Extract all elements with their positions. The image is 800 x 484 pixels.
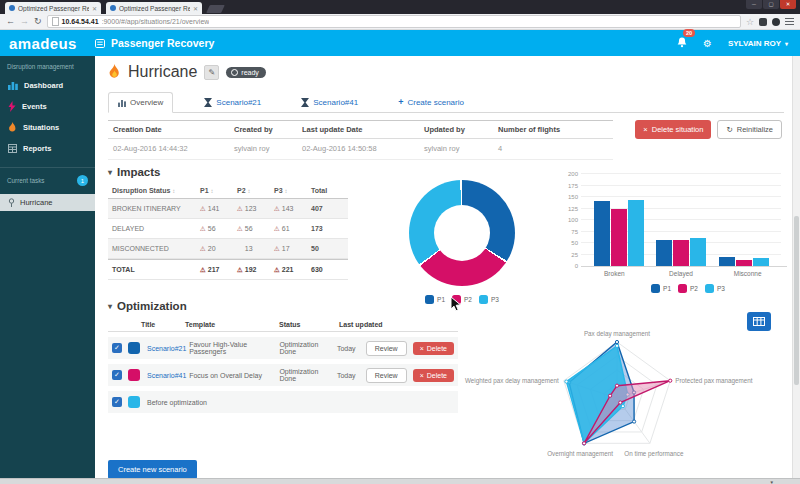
- flame-icon: [108, 64, 121, 80]
- reload-icon[interactable]: ↻: [34, 17, 42, 26]
- page-icon: [52, 17, 59, 26]
- chart-icon: [118, 99, 126, 107]
- scenario-row: ✓ Before optimization: [108, 391, 458, 413]
- scenario-checkbox[interactable]: ✓: [112, 370, 122, 380]
- kpi-radar-chart: Pax delay managementProtected pax manage…: [447, 318, 791, 476]
- extension-icon[interactable]: [772, 18, 780, 26]
- legend-item: P2: [678, 284, 698, 293]
- create-new-scenario-button[interactable]: Create new scenario: [108, 460, 197, 478]
- sidebar-item-reports[interactable]: Reports: [0, 138, 95, 159]
- favicon: [9, 5, 15, 11]
- minimize-button[interactable]: ─: [746, 0, 762, 9]
- url-input[interactable]: 10.64.54.41:9000/#/app/situations/21/ove…: [47, 15, 741, 28]
- donut-legend: P1P2P3: [387, 295, 537, 304]
- bar-P3: [753, 258, 769, 266]
- radar-marker: [619, 401, 622, 404]
- sidebar-item-hurricane[interactable]: Hurricane: [0, 194, 95, 211]
- impacts-table: Disruption Status↕ P1↕ P2↕ P3↕ Total BRO…: [108, 183, 348, 280]
- situation-actions: × Delete situation ↻ Reinitialize: [635, 120, 782, 139]
- sort-icon: ↕: [248, 188, 251, 194]
- warning-icon: ⚠: [237, 266, 243, 273]
- warning-icon: ⚠: [274, 245, 280, 252]
- warning-icon: ⚠: [200, 205, 206, 212]
- favicon: [110, 5, 116, 11]
- url-host: 10.64.54.41: [62, 18, 99, 25]
- sort-icon: ↕: [172, 188, 175, 194]
- forward-icon[interactable]: →: [20, 17, 29, 26]
- maximize-button[interactable]: ▢: [763, 0, 779, 9]
- edit-title-button[interactable]: ✎: [204, 65, 219, 80]
- extension-icon[interactable]: [759, 18, 767, 26]
- bar-P1: [594, 201, 610, 266]
- tab-close-icon[interactable]: ✕: [92, 5, 97, 12]
- flame-icon: [8, 122, 17, 133]
- hourglass-icon: [301, 98, 309, 107]
- scrollbar[interactable]: [792, 56, 800, 478]
- scenario-checkbox[interactable]: ✓: [112, 397, 122, 407]
- main-content: Hurricane ✎ ready Overview Scenario#21: [95, 56, 792, 478]
- refresh-icon: ↻: [726, 125, 732, 134]
- screen: Optimized Passenger Re... ✕ Optimized Pa…: [0, 0, 800, 484]
- sidebar-item-events[interactable]: Events: [0, 96, 95, 117]
- scroll-down-icon[interactable]: ▼: [770, 480, 774, 484]
- radar-marker: [633, 420, 636, 423]
- radar-marker: [565, 380, 568, 383]
- sidebar-item-situations[interactable]: Situations: [0, 117, 95, 138]
- donut-chart: [409, 180, 515, 286]
- impacts-section-header[interactable]: ▾ Impacts: [108, 166, 160, 178]
- notifications-button[interactable]: 20: [677, 34, 687, 52]
- legend-swatch: [651, 284, 660, 293]
- tab-create-scenario[interactable]: + Create scenario: [389, 92, 473, 112]
- scenario-link[interactable]: Scenario#21: [147, 345, 189, 352]
- bar-plot-area: [581, 174, 787, 267]
- sort-icon: ↕: [285, 188, 288, 194]
- scrollbar-thumb[interactable]: [794, 216, 799, 385]
- ready-status-badge: ready: [226, 67, 266, 78]
- table-header-row: Creation Date Created by Last update Dat…: [108, 120, 613, 139]
- window-controls: ─ ▢ ✕: [745, 0, 796, 9]
- browser-tab[interactable]: Optimized Passenger Re... ✕: [5, 2, 101, 14]
- legend-item: P3: [479, 295, 499, 304]
- tab-scenario-41[interactable]: Scenario#41: [292, 93, 367, 112]
- sidebar-section-label: Disruption management: [0, 56, 95, 75]
- review-button[interactable]: Review: [366, 341, 407, 356]
- scenario-link[interactable]: Scenario#41: [147, 372, 189, 379]
- situation-title-row: Hurricane ✎ ready: [108, 63, 266, 81]
- optimization-section-header[interactable]: ▾ Optimization: [108, 300, 187, 312]
- delete-situation-button[interactable]: × Delete situation: [635, 120, 711, 139]
- sidebar-item-dashboard[interactable]: Dashboard: [0, 75, 95, 96]
- bell-icon: [677, 37, 687, 48]
- new-tab-button[interactable]: [206, 5, 225, 13]
- priority-donut-chart: P1P2P3: [387, 180, 537, 304]
- review-button[interactable]: Review: [366, 368, 407, 383]
- impacts-bar-chart: 0255075100125150175200 BrokenDelayedMisc…: [563, 174, 792, 293]
- back-icon[interactable]: ←: [6, 17, 15, 26]
- dashboard-icon: [8, 81, 18, 90]
- gear-icon[interactable]: ⚙: [703, 38, 712, 49]
- bar-P1: [656, 240, 672, 266]
- browser-tab[interactable]: Optimized Passenger Re... ✕: [106, 2, 202, 14]
- reinitialize-button[interactable]: ↻ Reinitialize: [717, 120, 782, 139]
- series-color-swatch: [128, 396, 140, 408]
- browser-menu-icon[interactable]: [785, 18, 794, 25]
- scenario-checkbox[interactable]: ✓: [112, 343, 122, 353]
- bar-P3: [628, 200, 644, 266]
- tab-overview[interactable]: Overview: [108, 92, 173, 113]
- warning-icon: ⚠: [237, 225, 243, 232]
- close-button[interactable]: ✕: [780, 0, 796, 9]
- table-header-row: Disruption Status↕ P1↕ P2↕ P3↕ Total: [108, 183, 348, 199]
- x-icon: ×: [420, 345, 424, 352]
- table-row: MISCONNECTED ⚠20 ⚠13 ⚠17 50: [108, 239, 348, 259]
- scenario-row: ✓ Scenario#21 Favour High-Value Passenge…: [108, 337, 458, 359]
- user-menu[interactable]: SYLVAIN ROY ▾: [728, 39, 788, 48]
- tab-close-icon[interactable]: ✕: [193, 5, 198, 12]
- app-menu-icon[interactable]: [95, 39, 105, 48]
- browser-urlbar: ← → ↻ 10.64.54.41:9000/#/app/situations/…: [0, 14, 800, 30]
- browser-tab-title: Optimized Passenger Re...: [18, 5, 89, 12]
- series-color-swatch: [128, 369, 140, 381]
- bookmark-star-icon[interactable]: ☆: [746, 17, 754, 27]
- radar-marker: [615, 384, 618, 387]
- window-bottom-edge: ▼: [0, 478, 800, 484]
- bar-legend: P1P2P3: [581, 284, 792, 293]
- tab-scenario-21[interactable]: Scenario#21: [195, 93, 270, 112]
